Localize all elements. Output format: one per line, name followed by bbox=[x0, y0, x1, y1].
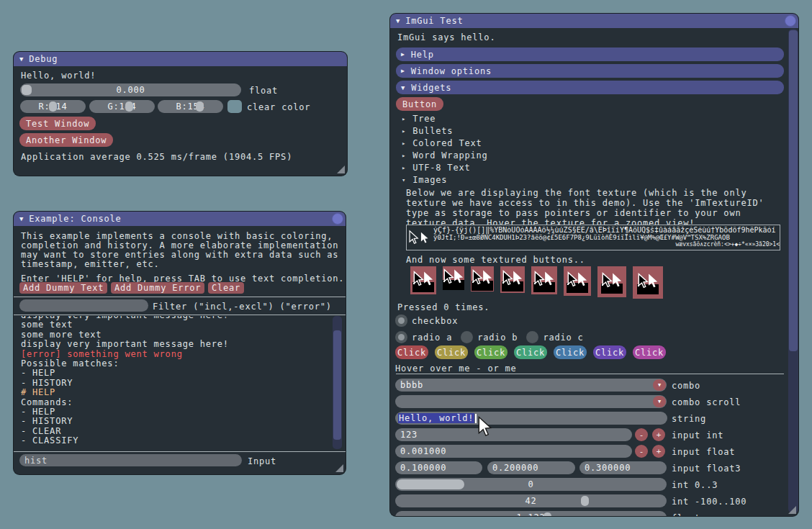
tree-node-colored-text[interactable]: ▸ Colored Text bbox=[402, 138, 482, 148]
console-intro-line: completion and history. A more elaborate… bbox=[21, 240, 338, 250]
checkbox[interactable] bbox=[395, 315, 407, 327]
slider-r[interactable]: R:114 bbox=[20, 100, 86, 113]
header-help[interactable]: ▶ Help bbox=[396, 48, 784, 61]
another-window-button[interactable]: Another Window bbox=[19, 133, 113, 147]
click-button-5[interactable]: Click bbox=[554, 345, 587, 359]
debug-window-titlebar[interactable]: ▼ Debug bbox=[14, 52, 347, 66]
float-slider-label: float bbox=[249, 86, 278, 96]
slider-grab[interactable] bbox=[125, 101, 133, 112]
decrement-button[interactable]: - bbox=[635, 445, 648, 458]
float-slider-value: 0.000 bbox=[116, 85, 145, 95]
input-float3-z[interactable]: 0.300000 bbox=[579, 461, 667, 474]
clear-color-swatch[interactable] bbox=[227, 100, 242, 113]
tree-node-word-wrapping[interactable]: ▸ Word Wrapping bbox=[402, 150, 488, 160]
string-input[interactable]: Hello, world! bbox=[395, 412, 667, 425]
resize-grip[interactable] bbox=[337, 166, 345, 173]
radio-b[interactable] bbox=[461, 331, 473, 343]
slider-grab[interactable] bbox=[543, 512, 551, 517]
slider-int-pm100-value: 42 bbox=[525, 496, 536, 506]
tree-node-bullets[interactable]: ▸ Bullets bbox=[402, 126, 453, 135]
input-int-field[interactable]: 123 bbox=[395, 428, 632, 441]
slider-float[interactable]: 1.123 bbox=[395, 511, 667, 517]
increment-button[interactable]: + bbox=[652, 445, 665, 458]
tree-node-images[interactable]: ▾ Images bbox=[402, 175, 447, 184]
input-float-label: input float bbox=[672, 447, 735, 457]
input-float-value: 0.001000 bbox=[400, 446, 446, 456]
console-window-titlebar[interactable]: ▼ Example: Console bbox=[14, 212, 346, 226]
slider-int-0-3[interactable]: 0 bbox=[395, 478, 667, 491]
console-scrollbar-thumb[interactable] bbox=[333, 330, 341, 440]
resize-grip[interactable] bbox=[788, 506, 796, 514]
console-input[interactable]: hist bbox=[19, 454, 242, 466]
image-button[interactable] bbox=[500, 266, 525, 293]
image-button[interactable] bbox=[531, 266, 557, 294]
click-button-1[interactable]: Click bbox=[395, 345, 428, 359]
tree-node-utf8-text[interactable]: ▸ UTF-8 Text bbox=[402, 163, 470, 172]
image-button[interactable] bbox=[564, 266, 591, 296]
slider-b[interactable]: B:154 bbox=[158, 100, 223, 113]
click-button-7[interactable]: Click bbox=[633, 345, 666, 359]
header-window-options[interactable]: ▶ Window options bbox=[396, 64, 784, 78]
imgui-scrollbar-track[interactable] bbox=[788, 29, 798, 513]
button-widget[interactable]: Button bbox=[396, 97, 443, 111]
add-dummy-error-button[interactable]: Add Dummy Error bbox=[111, 282, 204, 294]
image-button[interactable] bbox=[471, 266, 494, 291]
decrement-button[interactable]: - bbox=[635, 428, 648, 441]
input-float3-x[interactable]: 0.100000 bbox=[395, 461, 482, 474]
header-widgets[interactable]: ▼ Widgets bbox=[396, 81, 784, 94]
clear-color-label: clear color bbox=[247, 102, 310, 112]
slider-int-pm100[interactable]: 42 bbox=[395, 494, 667, 507]
console-intro-line: may want to store entries along with ext… bbox=[21, 250, 338, 260]
tree-closed-icon: ▸ bbox=[402, 140, 406, 147]
combo-arrow-icon[interactable]: ▼ bbox=[653, 379, 666, 391]
click-button-4[interactable]: Click bbox=[514, 345, 547, 359]
combo-scroll-label: combo scroll bbox=[672, 397, 741, 407]
font-texture-image[interactable]: ýÇf}-{ÿj()[]‖%ÝBÑòÙÖóÂÄÀÃô½¼ùúŽŠ§ÉÊ/â\ÈÞ… bbox=[406, 225, 780, 250]
imgui-scrollbar-thumb[interactable] bbox=[789, 30, 798, 351]
combo-label: combo bbox=[672, 381, 700, 391]
click-button-6[interactable]: Click bbox=[593, 345, 626, 359]
input-float3-y[interactable]: 0.200000 bbox=[487, 461, 575, 474]
collapse-arrow-icon[interactable]: ▼ bbox=[19, 55, 24, 63]
resize-grip[interactable] bbox=[335, 464, 343, 472]
radio-c[interactable] bbox=[526, 331, 538, 343]
imgui-test-titlebar[interactable]: ▼ ImGui Test bbox=[390, 14, 798, 28]
tree-node-tree[interactable]: ▸ Tree bbox=[402, 114, 436, 123]
another-window-button-label: Another Window bbox=[26, 135, 107, 145]
console-log[interactable]: display very important message here! som… bbox=[21, 316, 330, 449]
image-button[interactable] bbox=[410, 266, 436, 294]
image-button[interactable] bbox=[443, 266, 464, 290]
input-float-field[interactable]: 0.001000 bbox=[395, 445, 632, 458]
image-button[interactable] bbox=[633, 266, 663, 299]
filter-input[interactable] bbox=[19, 299, 148, 312]
image-button[interactable] bbox=[597, 266, 626, 297]
slider-grab[interactable] bbox=[22, 85, 32, 95]
console-scrollbar-track[interactable] bbox=[333, 316, 342, 449]
console-input-value: hist bbox=[24, 456, 48, 466]
collapse-arrow-icon: ▼ bbox=[401, 84, 405, 91]
add-dummy-text-button[interactable]: Add Dummy Text bbox=[19, 282, 107, 294]
close-button[interactable] bbox=[785, 15, 796, 27]
slider-grab[interactable] bbox=[196, 101, 204, 112]
float-slider[interactable]: 0.000 bbox=[20, 83, 241, 96]
slider-grab[interactable] bbox=[397, 479, 464, 489]
click-button-2[interactable]: Click bbox=[435, 345, 468, 359]
collapse-arrow-icon[interactable]: ▼ bbox=[19, 215, 24, 222]
tree-closed-icon: ▸ bbox=[402, 127, 406, 135]
console-intro-line: timestamp, emitter, etc. bbox=[21, 259, 160, 269]
click-button-3[interactable]: Click bbox=[474, 345, 508, 359]
clear-button[interactable]: Clear bbox=[208, 282, 244, 294]
combo-box[interactable]: bbbb ▼ bbox=[395, 379, 667, 392]
combo-scroll-box[interactable]: ▼ bbox=[395, 395, 667, 408]
test-window-button[interactable]: Test Window bbox=[19, 117, 96, 130]
slider-grab[interactable] bbox=[581, 496, 589, 506]
radio-a[interactable] bbox=[395, 331, 407, 343]
slider-grab[interactable] bbox=[49, 101, 57, 112]
hello-world-text: Hello, world! bbox=[21, 71, 96, 81]
slider-g[interactable]: G:144 bbox=[89, 100, 155, 113]
close-button[interactable] bbox=[332, 213, 343, 225]
hover-text[interactable]: Hover over me - or me bbox=[395, 363, 517, 374]
collapse-arrow-icon[interactable]: ▼ bbox=[396, 17, 400, 24]
increment-button[interactable]: + bbox=[652, 428, 665, 441]
combo-arrow-icon[interactable]: ▼ bbox=[653, 396, 666, 407]
